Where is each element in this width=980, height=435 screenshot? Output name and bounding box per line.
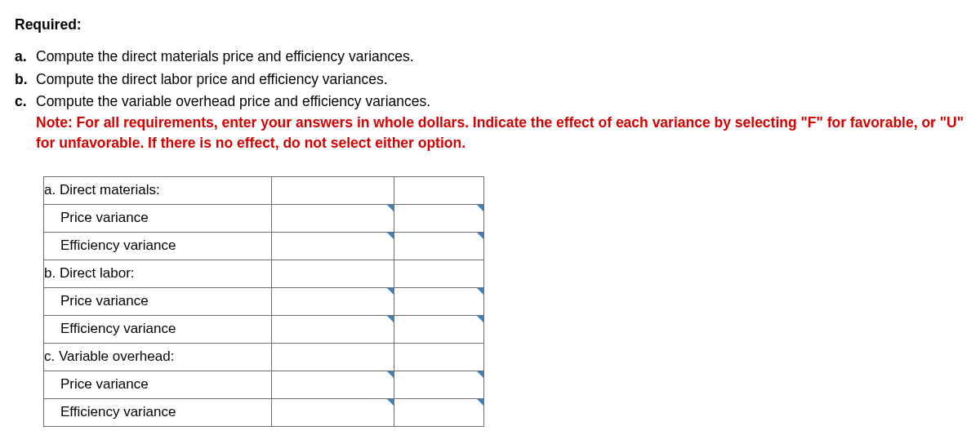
- requirement-text: Compute the direct labor price and effic…: [36, 71, 388, 87]
- required-heading: Required:: [15, 15, 965, 35]
- amount-input[interactable]: [272, 399, 394, 426]
- blank-cell: [272, 344, 394, 371]
- amount-cell[interactable]: [272, 316, 394, 344]
- amount-input[interactable]: [272, 233, 394, 260]
- amount-cell[interactable]: [272, 233, 394, 260]
- dropdown-corner-icon: [477, 233, 483, 239]
- blank-cell: [272, 177, 394, 205]
- effect-cell[interactable]: [394, 316, 484, 344]
- blank-cell: [394, 260, 484, 288]
- table-row: Efficiency variance: [44, 233, 484, 260]
- dropdown-corner-icon: [477, 205, 483, 211]
- amount-input[interactable]: [272, 316, 394, 343]
- requirement-marker: c.: [15, 91, 27, 112]
- table-row: Price variance: [44, 371, 484, 399]
- amount-input[interactable]: [272, 288, 394, 315]
- amount-cell[interactable]: [272, 371, 394, 399]
- row-label: Price variance: [44, 371, 272, 399]
- row-label: Price variance: [44, 205, 272, 233]
- effect-select[interactable]: [394, 316, 483, 343]
- dropdown-corner-icon: [387, 371, 394, 378]
- requirement-note: Note: For all requirements, enter your a…: [36, 113, 965, 154]
- effect-cell[interactable]: [394, 205, 484, 233]
- dropdown-corner-icon: [387, 205, 394, 211]
- requirement-c: c. Compute the variable overhead price a…: [15, 91, 965, 153]
- dropdown-corner-icon: [387, 316, 394, 322]
- amount-cell[interactable]: [272, 399, 394, 427]
- blank-cell: [272, 260, 394, 288]
- effect-select[interactable]: [394, 371, 483, 398]
- table-row: a. Direct materials:: [44, 177, 484, 205]
- amount-input[interactable]: [272, 205, 394, 232]
- table-row: Efficiency variance: [44, 399, 484, 427]
- answer-table: a. Direct materials: Price variance Effi…: [43, 176, 484, 427]
- dropdown-corner-icon: [387, 399, 394, 406]
- amount-cell[interactable]: [272, 205, 394, 233]
- table-row: b. Direct labor:: [44, 260, 484, 288]
- effect-cell[interactable]: [394, 288, 484, 316]
- row-label: b. Direct labor:: [44, 260, 272, 288]
- effect-select[interactable]: [394, 233, 483, 260]
- effect-select[interactable]: [394, 288, 483, 315]
- requirement-a: a. Compute the direct materials price an…: [15, 47, 965, 67]
- table-row: Efficiency variance: [44, 316, 484, 344]
- requirement-marker: b.: [15, 69, 28, 90]
- requirements-list: a. Compute the direct materials price an…: [15, 47, 965, 153]
- table-row: c. Variable overhead:: [44, 344, 484, 371]
- table-row: Price variance: [44, 288, 484, 316]
- requirement-b: b. Compute the direct labor price and ef…: [15, 69, 965, 90]
- row-label: c. Variable overhead:: [44, 344, 272, 371]
- dropdown-corner-icon: [387, 233, 394, 239]
- blank-cell: [394, 177, 484, 205]
- table-row: Price variance: [44, 205, 484, 233]
- row-label: a. Direct materials:: [44, 177, 272, 205]
- amount-input[interactable]: [272, 371, 394, 398]
- effect-select[interactable]: [394, 399, 483, 426]
- dropdown-corner-icon: [477, 399, 483, 406]
- amount-cell[interactable]: [272, 288, 394, 316]
- row-label: Efficiency variance: [44, 399, 272, 427]
- effect-cell[interactable]: [394, 371, 484, 399]
- requirement-marker: a.: [15, 47, 27, 67]
- effect-cell[interactable]: [394, 233, 484, 260]
- row-label: Efficiency variance: [44, 316, 272, 344]
- dropdown-corner-icon: [477, 288, 483, 295]
- effect-select[interactable]: [394, 205, 483, 232]
- dropdown-corner-icon: [477, 316, 483, 322]
- requirement-text: Compute the direct materials price and e…: [36, 48, 414, 64]
- answer-table-wrap: a. Direct materials: Price variance Effi…: [43, 176, 965, 427]
- dropdown-corner-icon: [387, 288, 394, 295]
- effect-cell[interactable]: [394, 399, 484, 427]
- blank-cell: [394, 344, 484, 371]
- row-label: Efficiency variance: [44, 233, 272, 260]
- requirement-text: Compute the variable overhead price and …: [36, 93, 430, 109]
- row-label: Price variance: [44, 288, 272, 316]
- dropdown-corner-icon: [477, 371, 483, 378]
